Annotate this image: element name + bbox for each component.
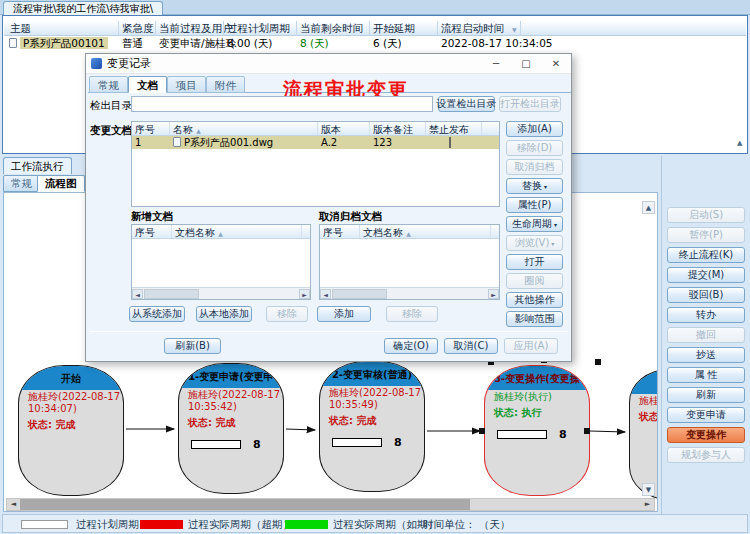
close-icon[interactable]: ✕ bbox=[541, 54, 571, 74]
col-delay[interactable]: 开始延期 bbox=[373, 22, 415, 36]
minimize-icon[interactable]: ─ bbox=[481, 54, 511, 74]
properties-button[interactable]: 属 性 bbox=[667, 367, 745, 383]
scrollbar-thumb[interactable] bbox=[332, 289, 387, 299]
scrollbar-thumb[interactable] bbox=[144, 289, 199, 299]
tab-projects[interactable]: 项目 bbox=[167, 76, 206, 93]
set-checkout-dir-button[interactable]: 设置检出目录 bbox=[438, 96, 495, 112]
review-button[interactable]: 圈阅 bbox=[506, 273, 563, 289]
scroll-left-icon[interactable]: ◄ bbox=[320, 289, 331, 299]
scroll-right-icon[interactable]: ► bbox=[488, 289, 499, 299]
other-ops-button[interactable]: 其他操作 bbox=[506, 292, 563, 308]
change-docs-table[interactable]: 序号 名称 ▲ 版本 版本备注 禁止发布 1 P系列产品001.dwg A.2 … bbox=[131, 121, 500, 207]
withdraw-button[interactable]: 撤回 bbox=[667, 327, 745, 343]
scroll-left-icon[interactable]: ◄ bbox=[132, 289, 143, 299]
col-urgency[interactable]: 紧急度 bbox=[122, 22, 154, 36]
remove-button[interactable]: 移除(D) bbox=[506, 140, 563, 156]
node-time2: 10:35:42) bbox=[179, 400, 283, 412]
node-title: 开始 bbox=[19, 366, 123, 390]
col-no[interactable]: 序号 bbox=[132, 225, 172, 238]
new-docs-table[interactable]: 序号 文档名称 ▲ ◄ ► bbox=[131, 224, 311, 300]
progress-bar bbox=[332, 438, 382, 447]
doc-row[interactable]: 1 P系列产品001.dwg A.2 123 bbox=[132, 136, 499, 149]
workflow-node-change-request[interactable]: 1-变更申请(变更申 施桂玲(2022-08-17 10:35:42) 状态: … bbox=[178, 363, 284, 494]
impact-scope-button[interactable]: 影响范围 bbox=[506, 311, 563, 327]
refresh-button[interactable]: 刷新 bbox=[667, 387, 745, 403]
horizontal-scrollbar[interactable]: ◄ ► bbox=[320, 287, 499, 299]
subtab-diagram[interactable]: 流程图 bbox=[37, 175, 85, 192]
tab-documents[interactable]: 文档 bbox=[128, 76, 167, 93]
refresh-button[interactable]: 刷新(B) bbox=[164, 338, 221, 354]
checkout-dir-input[interactable] bbox=[131, 96, 433, 112]
task-table-header: 主题 紧急度 当前过程及用户 过程计划周期 当前剩余时间 开始延期 流程启动时间… bbox=[4, 21, 746, 36]
node-status: 状态: bbox=[630, 406, 658, 424]
col-forbid[interactable]: 禁止发布 bbox=[426, 122, 482, 135]
remove-unarchive-button[interactable]: 移除 bbox=[386, 306, 438, 322]
scroll-right-icon[interactable]: ► bbox=[641, 499, 654, 510]
tab-pending-approval[interactable]: 流程审批\我的工作流\待我审批\ bbox=[3, 1, 163, 15]
scroll-up-icon[interactable]: ▲ bbox=[642, 201, 655, 214]
unarchive-button[interactable]: 取消归档 bbox=[506, 159, 563, 175]
tab-attachments[interactable]: 附件 bbox=[206, 76, 245, 93]
open-checkout-dir-button[interactable]: 打开检出目录 bbox=[499, 96, 561, 112]
col-start-time[interactable]: 流程启动时间 bbox=[441, 22, 504, 36]
col-name[interactable]: 名称 ▲ bbox=[170, 122, 318, 135]
col-no[interactable]: 序号 bbox=[320, 225, 360, 238]
lifecycle-button[interactable]: 生命周期▾ bbox=[506, 216, 563, 232]
apply-button[interactable]: 应用(A) bbox=[504, 338, 558, 354]
col-process-user[interactable]: 当前过程及用户 bbox=[159, 22, 233, 36]
plan-participants-button[interactable]: 规划参与人 bbox=[667, 447, 745, 463]
forbid-publish-checkbox[interactable] bbox=[449, 137, 451, 148]
scrollbar-thumb[interactable] bbox=[20, 499, 470, 510]
workflow-node-change-operation[interactable]: 3-变更操作(变更操 施桂玲(执行) 状态: 执行 8 bbox=[484, 365, 590, 496]
tab-general[interactable]: 常规 bbox=[89, 76, 128, 93]
col-subject[interactable]: 主题 bbox=[10, 22, 31, 36]
col-plan-period[interactable]: 过程计划周期 bbox=[227, 22, 290, 36]
task-row[interactable]: P系列产品00101 普通 变更申请/施桂玲 8.00 (天) 8 (天) 6 … bbox=[4, 37, 746, 51]
scroll-down-icon[interactable]: ▼ bbox=[642, 483, 655, 496]
cancel-button[interactable]: 取消(C) bbox=[444, 338, 498, 354]
col-note[interactable]: 版本备注 bbox=[370, 122, 426, 135]
col-remaining[interactable]: 当前剩余时间 bbox=[300, 22, 363, 36]
tab-workflow-execution[interactable]: 工作流执行 bbox=[3, 157, 72, 174]
unarchive-docs-table[interactable]: 序号 文档名称 ▲ ◄ ► bbox=[319, 224, 500, 300]
workflow-node-change-review[interactable]: 2-变更审核(普通) 施桂玲(2022-08-17 10:35:49) 状态: … bbox=[319, 361, 425, 492]
change-operation-button[interactable]: 变更操作 bbox=[667, 427, 745, 443]
change-request-button[interactable]: 变更申请 bbox=[667, 407, 745, 423]
pause-button[interactable]: 暂停(P) bbox=[667, 227, 745, 243]
scroll-right-icon[interactable]: ► bbox=[299, 289, 310, 299]
reject-button[interactable]: 驳回(B) bbox=[667, 287, 745, 303]
workflow-node-start[interactable]: 开始 施桂玲(2022-08-17 10:34:07) 状态: 完成 bbox=[18, 365, 124, 496]
submit-button[interactable]: 提交(M) bbox=[667, 267, 745, 283]
start-button[interactable]: 启动(S) bbox=[667, 207, 745, 223]
checkout-dir-label: 检出目录 bbox=[90, 99, 132, 113]
open-button[interactable]: 打开 bbox=[506, 254, 563, 270]
horizontal-scrollbar[interactable]: ◄ ► bbox=[6, 498, 655, 511]
col-name[interactable]: 文档名称 ▲ bbox=[360, 225, 491, 238]
task-subject[interactable]: P系列产品00101 bbox=[20, 37, 108, 49]
terminate-button[interactable]: 终止流程(K) bbox=[667, 247, 745, 263]
col-no[interactable]: 序号 bbox=[132, 122, 170, 135]
add-from-system-button[interactable]: 从系统添加 bbox=[129, 306, 185, 322]
remove-new-doc-button[interactable]: 移除 bbox=[266, 306, 308, 322]
col-version[interactable]: 版本 bbox=[318, 122, 370, 135]
scroll-left-icon[interactable]: ◄ bbox=[7, 499, 20, 510]
cc-button[interactable]: 抄送 bbox=[667, 347, 745, 363]
scroll-up-icon[interactable]: ▲ bbox=[737, 139, 742, 147]
workflow-node-next[interactable]: 施桂玲 状态: bbox=[629, 369, 658, 500]
add-button[interactable]: 添加(A) bbox=[506, 121, 563, 137]
col-name[interactable]: 文档名称 ▲ bbox=[172, 225, 302, 238]
top-tab-bar: 流程审批\我的工作流\待我审批\ bbox=[0, 0, 750, 15]
replace-button[interactable]: 替换▾ bbox=[506, 178, 563, 194]
properties-button[interactable]: 属性(P) bbox=[506, 197, 563, 213]
add-unarchive-button[interactable]: 添加 bbox=[317, 306, 371, 322]
node-title: 3-变更操作(变更操 bbox=[485, 366, 589, 390]
node-duration: 8 bbox=[253, 438, 261, 451]
maximize-icon[interactable]: □ bbox=[511, 54, 541, 74]
browse-button[interactable]: 浏览(V)▾ bbox=[506, 235, 563, 251]
horizontal-scrollbar[interactable]: ◄ ► bbox=[132, 287, 310, 299]
transfer-button[interactable]: 转办 bbox=[667, 307, 745, 323]
add-from-local-button[interactable]: 从本地添加 bbox=[196, 306, 252, 322]
subtab-general[interactable]: 常规 bbox=[3, 175, 40, 192]
task-plan-period: 8.00 (天) bbox=[227, 37, 272, 51]
ok-button[interactable]: 确定(O) bbox=[384, 338, 438, 354]
